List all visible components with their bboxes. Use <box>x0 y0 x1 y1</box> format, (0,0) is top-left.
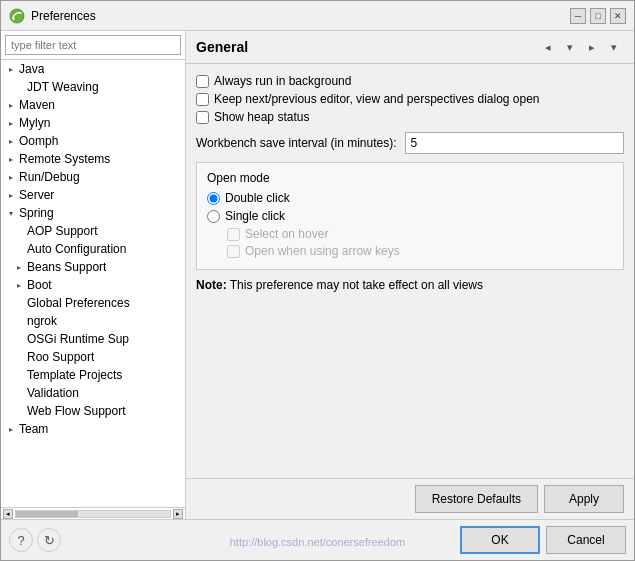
open-mode-group: Open mode Double click Single click Sele… <box>196 162 624 270</box>
filter-input[interactable] <box>5 35 181 55</box>
sidebar-item-java[interactable]: Java <box>1 60 185 78</box>
expand-arrow-run-debug <box>5 171 17 183</box>
select-on-hover-row: Select on hover <box>227 227 613 241</box>
main-header: General ◂ ▾ ▸ ▾ <box>186 31 634 64</box>
single-click-row: Single click <box>207 209 613 223</box>
expand-arrow-mylyn <box>5 117 17 129</box>
scroll-thumb <box>16 511 78 517</box>
show-heap-row: Show heap status <box>196 110 624 124</box>
expand-arrow-beans <box>13 261 25 273</box>
sidebar-item-oomph[interactable]: Oomph <box>1 132 185 150</box>
close-button[interactable]: ✕ <box>610 8 626 24</box>
sidebar-item-mylyn[interactable]: Mylyn <box>1 114 185 132</box>
title-bar-controls: ─ □ ✕ <box>570 8 626 24</box>
expand-arrow-osgi <box>13 333 25 345</box>
preferences-window: Preferences ─ □ ✕ Java JDT Weaving <box>0 0 635 561</box>
scroll-track <box>15 510 171 518</box>
double-click-label: Double click <box>225 191 290 205</box>
sidebar-item-remote-systems[interactable]: Remote Systems <box>1 150 185 168</box>
sidebar: Java JDT Weaving Maven Mylyn Oomph <box>1 31 186 519</box>
main-panel: General ◂ ▾ ▸ ▾ Always run in background… <box>186 31 634 519</box>
open-arrow-keys-checkbox[interactable] <box>227 245 240 258</box>
workbench-save-input[interactable] <box>405 132 624 154</box>
sidebar-item-web-flow[interactable]: Web Flow Support <box>1 402 185 420</box>
sidebar-item-beans-support[interactable]: Beans Support <box>1 258 185 276</box>
workbench-save-label: Workbench save interval (in minutes): <box>196 136 397 150</box>
sidebar-item-global-preferences[interactable]: Global Preferences <box>1 294 185 312</box>
expand-arrow-boot <box>13 279 25 291</box>
sidebar-item-run-debug[interactable]: Run/Debug <box>1 168 185 186</box>
sidebar-item-server[interactable]: Server <box>1 186 185 204</box>
sidebar-item-team[interactable]: Team <box>1 420 185 438</box>
open-arrow-keys-row: Open when using arrow keys <box>227 244 613 258</box>
keep-next-prev-checkbox[interactable] <box>196 93 209 106</box>
sidebar-item-template-projects[interactable]: Template Projects <box>1 366 185 384</box>
keep-next-prev-label: Keep next/previous editor, view and pers… <box>214 92 540 106</box>
title-bar: Preferences ─ □ ✕ <box>1 1 634 31</box>
help-button[interactable]: ? <box>9 528 33 552</box>
workbench-save-row: Workbench save interval (in minutes): <box>196 132 624 154</box>
nav-forward-dropdown-button[interactable]: ▾ <box>604 37 624 57</box>
expand-arrow-aop <box>13 225 25 237</box>
open-arrow-keys-label: Open when using arrow keys <box>245 244 400 258</box>
expand-arrow-spring <box>5 207 17 219</box>
apply-button[interactable]: Apply <box>544 485 624 513</box>
footer-left: ? ↻ <box>9 528 61 552</box>
sidebar-item-osgi[interactable]: OSGi Runtime Sup <box>1 330 185 348</box>
main-title: General <box>196 39 248 55</box>
cancel-button[interactable]: Cancel <box>546 526 626 554</box>
ok-button[interactable]: OK <box>460 526 540 554</box>
sidebar-item-validation[interactable]: Validation <box>1 384 185 402</box>
nav-forward-button[interactable]: ▸ <box>582 37 602 57</box>
select-on-hover-checkbox[interactable] <box>227 228 240 241</box>
expand-arrow-oomph <box>5 135 17 147</box>
expand-arrow-team <box>5 423 17 435</box>
maximize-button[interactable]: □ <box>590 8 606 24</box>
sidebar-item-spring[interactable]: Spring <box>1 204 185 222</box>
sidebar-item-aop-support[interactable]: AOP Support <box>1 222 185 240</box>
always-run-checkbox[interactable] <box>196 75 209 88</box>
minimize-button[interactable]: ─ <box>570 8 586 24</box>
always-run-row: Always run in background <box>196 74 624 88</box>
sidebar-item-maven[interactable]: Maven <box>1 96 185 114</box>
main-content: Always run in background Keep next/previ… <box>186 64 634 478</box>
restore-defaults-button[interactable]: Restore Defaults <box>415 485 538 513</box>
expand-arrow-web-flow <box>13 405 25 417</box>
expand-arrow-validation <box>13 387 25 399</box>
double-click-radio[interactable] <box>207 192 220 205</box>
show-heap-label: Show heap status <box>214 110 309 124</box>
expand-arrow-global <box>13 297 25 309</box>
single-click-radio[interactable] <box>207 210 220 223</box>
expand-arrow-template <box>13 369 25 381</box>
double-click-row: Double click <box>207 191 613 205</box>
expand-arrow-server <box>5 189 17 201</box>
note-row: Note: This preference may not take effec… <box>196 278 624 292</box>
sidebar-item-auto-configuration[interactable]: Auto Configuration <box>1 240 185 258</box>
keep-next-prev-row: Keep next/previous editor, view and pers… <box>196 92 624 106</box>
scroll-right-arrow[interactable]: ▸ <box>173 509 183 519</box>
sidebar-scrollbar: ◂ ▸ <box>1 507 185 519</box>
action-bar: Restore Defaults Apply <box>186 478 634 519</box>
nav-dropdown-button[interactable]: ▾ <box>560 37 580 57</box>
expand-arrow-roo <box>13 351 25 363</box>
open-mode-label: Open mode <box>207 171 613 185</box>
filter-box <box>1 31 185 60</box>
info-button[interactable]: ↻ <box>37 528 61 552</box>
title-bar-left: Preferences <box>9 8 96 24</box>
expand-arrow-java <box>5 63 17 75</box>
expand-arrow-remote <box>5 153 17 165</box>
single-click-label: Single click <box>225 209 285 223</box>
nav-back-button[interactable]: ◂ <box>538 37 558 57</box>
note-prefix: Note: <box>196 278 227 292</box>
expand-arrow-maven <box>5 99 17 111</box>
show-heap-checkbox[interactable] <box>196 111 209 124</box>
scroll-left-arrow[interactable]: ◂ <box>3 509 13 519</box>
note-text: This preference may not take effect on a… <box>227 278 483 292</box>
sidebar-item-jdt-weaving[interactable]: JDT Weaving <box>1 78 185 96</box>
window-title: Preferences <box>31 9 96 23</box>
sidebar-item-boot[interactable]: Boot <box>1 276 185 294</box>
sidebar-item-ngrok[interactable]: ngrok <box>1 312 185 330</box>
sidebar-item-roo-support[interactable]: Roo Support <box>1 348 185 366</box>
tree-area: Java JDT Weaving Maven Mylyn Oomph <box>1 60 185 507</box>
expand-arrow-jdt <box>13 81 25 93</box>
